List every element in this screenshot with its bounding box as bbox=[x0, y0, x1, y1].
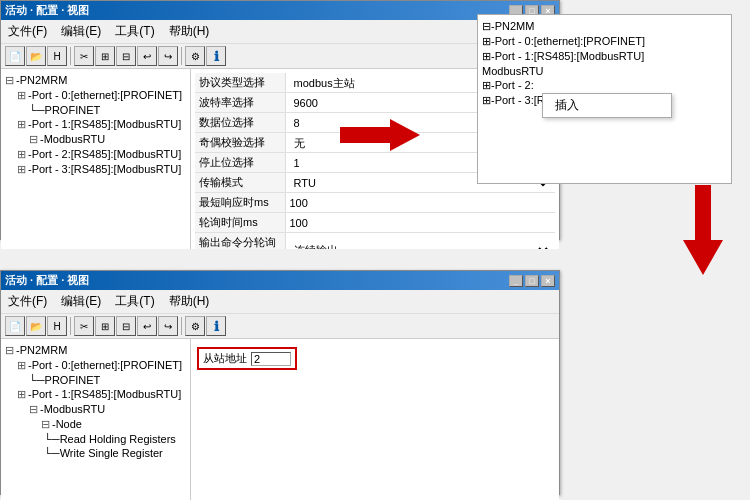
bottom-tree-port1[interactable]: ⊞-Port - 1:[RS485]:[ModbusRTU] bbox=[5, 387, 186, 402]
redo-button[interactable]: ↪ bbox=[158, 46, 178, 66]
pn2mm-port1-label: -Port - 1:[RS485]:[ModbusRTU] bbox=[491, 50, 644, 62]
bottom-tree-profinet[interactable]: └─PROFINET bbox=[5, 373, 186, 387]
slave-address-field: 从站地址 bbox=[197, 347, 297, 370]
info-button[interactable]: ℹ bbox=[206, 46, 226, 66]
bottom-cut-button[interactable]: ✂ bbox=[74, 316, 94, 336]
prop-value-poll: 100 bbox=[285, 213, 555, 233]
tree-item-profinet[interactable]: └─PROFINET bbox=[5, 103, 186, 117]
bottom-menu-bar: 文件(F) 编辑(E) 工具(T) 帮助(H) bbox=[1, 290, 559, 314]
bottom-tree-root[interactable]: ⊟-PN2MRM bbox=[5, 343, 186, 358]
bottom-paste-button[interactable]: ⊟ bbox=[116, 316, 136, 336]
save-button[interactable]: H bbox=[47, 46, 67, 66]
svg-marker-0 bbox=[340, 119, 420, 151]
bottom-collapse-modbus: ⊟ bbox=[29, 403, 38, 415]
bottom-maximize-button[interactable]: □ bbox=[525, 275, 539, 287]
bottom-copy-button[interactable]: ⊞ bbox=[95, 316, 115, 336]
prop-row-cmdmode: 输出命令分轮询模式 连续输出 bbox=[195, 233, 555, 250]
expand-icon-3: ⊞ bbox=[17, 163, 26, 175]
menu-file[interactable]: 文件(F) bbox=[5, 22, 50, 41]
prop-label-databits: 数据位选择 bbox=[195, 113, 285, 133]
svg-marker-1 bbox=[683, 185, 723, 275]
menu-edit[interactable]: 编辑(E) bbox=[58, 22, 104, 41]
copy-button[interactable]: ⊞ bbox=[95, 46, 115, 66]
pn2mm-port0-label: -Port - 0:[ethernet]:[PROFINET] bbox=[491, 35, 645, 47]
bottom-open-button[interactable]: 📂 bbox=[26, 316, 46, 336]
bottom-tree-port0[interactable]: ⊞-Port - 0:[ethernet]:[PROFINET] bbox=[5, 358, 186, 373]
bottom-menu-help[interactable]: 帮助(H) bbox=[166, 292, 213, 311]
bottom-settings-button[interactable]: ⚙ bbox=[185, 316, 205, 336]
prop-label-parity: 奇偶校验选择 bbox=[195, 133, 285, 153]
tree-label-port3: -Port - 3:[RS485]:[ModbusRTU] bbox=[28, 163, 181, 175]
bottom-node-label: -Node bbox=[52, 418, 82, 430]
bottom-modbus-label: -ModbusRTU bbox=[40, 403, 105, 415]
bottom-window-title: 活动 · 配置 · 视图 _ □ × bbox=[1, 271, 559, 290]
top-tree-panel: ⊟-PN2MRM ⊞-Port - 0:[ethernet]:[PROFINET… bbox=[1, 69, 191, 249]
open-button[interactable]: 📂 bbox=[26, 46, 46, 66]
prop-label-cmdmode: 输出命令分轮询模式 bbox=[195, 233, 285, 250]
bottom-info-button[interactable]: ℹ bbox=[206, 316, 226, 336]
cut-button[interactable]: ✂ bbox=[74, 46, 94, 66]
bottom-tree-read[interactable]: └─Read Holding Registers bbox=[5, 432, 186, 446]
tree-label-port0: -Port - 0:[ethernet]:[PROFINET] bbox=[28, 89, 182, 101]
bottom-sep-2 bbox=[181, 317, 182, 335]
expand-icon-0: ⊞ bbox=[17, 89, 26, 101]
undo-button[interactable]: ↩ bbox=[137, 46, 157, 66]
top-toolbar: 📄 📂 H ✂ ⊞ ⊟ ↩ ↪ ⚙ ℹ bbox=[1, 44, 559, 69]
bottom-title-buttons: _ □ × bbox=[509, 275, 555, 287]
bottom-menu-file[interactable]: 文件(F) bbox=[5, 292, 50, 311]
bottom-expand-0: ⊞ bbox=[17, 359, 26, 371]
prop-label-poll: 轮询时间ms bbox=[195, 213, 285, 233]
bottom-undo-button[interactable]: ↩ bbox=[137, 316, 157, 336]
menu-tools[interactable]: 工具(T) bbox=[112, 22, 157, 41]
pn2mm-tree-panel: ⊟-PN2MM ⊞-Port - 0:[ethernet]:[PROFINET]… bbox=[477, 14, 732, 184]
top-title-text: 活动 · 配置 · 视图 bbox=[5, 3, 89, 18]
settings-button[interactable]: ⚙ bbox=[185, 46, 205, 66]
separator-1 bbox=[70, 47, 71, 65]
bottom-write-label: └─Write Single Register bbox=[41, 447, 163, 459]
bottom-save-button[interactable]: H bbox=[47, 316, 67, 336]
pn2mm-root[interactable]: ⊟-PN2MM bbox=[482, 19, 727, 34]
bottom-minimize-button[interactable]: _ bbox=[509, 275, 523, 287]
bottom-port1-label: -Port - 1:[RS485]:[ModbusRTU] bbox=[28, 388, 181, 400]
pn2mm-modbus-label: ModbusRTU bbox=[482, 65, 544, 77]
bottom-collapse-icon: ⊟ bbox=[5, 344, 14, 356]
pn2mm-port0[interactable]: ⊞-Port - 0:[ethernet]:[PROFINET] bbox=[482, 34, 727, 49]
top-window: 活动 · 配置 · 视图 _ □ × 文件(F) 编辑(E) 工具(T) 帮助(… bbox=[0, 0, 560, 240]
pn2mm-modbus[interactable]: ModbusRTU bbox=[482, 64, 727, 78]
collapse-icon: ⊟ bbox=[5, 74, 14, 86]
menu-help[interactable]: 帮助(H) bbox=[166, 22, 213, 41]
pn2mm-port2[interactable]: ⊞-Port - 2: 插入 bbox=[482, 78, 727, 93]
pn2mm-port1[interactable]: ⊞-Port - 1:[RS485]:[ModbusRTU] bbox=[482, 49, 727, 64]
tree-item-port1[interactable]: ⊞-Port - 1:[RS485]:[ModbusRTU] bbox=[5, 117, 186, 132]
prop-value-cmdmode: 连续输出 bbox=[285, 233, 555, 250]
bottom-sep-1 bbox=[70, 317, 71, 335]
tree-item-port2[interactable]: ⊞-Port - 2:[RS485]:[ModbusRTU] bbox=[5, 147, 186, 162]
tree-label-port2: -Port - 2:[RS485]:[ModbusRTU] bbox=[28, 148, 181, 160]
bottom-new-button[interactable]: 📄 bbox=[5, 316, 25, 336]
bottom-close-button[interactable]: × bbox=[541, 275, 555, 287]
tree-root-label: -PN2MRM bbox=[16, 74, 67, 86]
prop-label-protocol: 协议类型选择 bbox=[195, 73, 285, 93]
collapse-icon-modbus: ⊟ bbox=[29, 133, 38, 145]
tree-item-port3[interactable]: ⊞-Port - 3:[RS485]:[ModbusRTU] bbox=[5, 162, 186, 177]
new-button[interactable]: 📄 bbox=[5, 46, 25, 66]
tree-label-modbus: -ModbusRTU bbox=[40, 133, 105, 145]
bottom-profinet-label: └─PROFINET bbox=[29, 374, 100, 386]
paste-button[interactable]: ⊟ bbox=[116, 46, 136, 66]
bottom-menu-edit[interactable]: 编辑(E) bbox=[58, 292, 104, 311]
bottom-tree-modbus[interactable]: ⊟-ModbusRTU bbox=[5, 402, 186, 417]
pn2mm-expand-3: ⊞ bbox=[482, 94, 491, 106]
cmdmode-select[interactable]: 连续输出 bbox=[290, 243, 552, 249]
bottom-tree-node[interactable]: ⊟-Node bbox=[5, 417, 186, 432]
bottom-menu-tools[interactable]: 工具(T) bbox=[112, 292, 157, 311]
tree-label-port1: -Port - 1:[RS485]:[ModbusRTU] bbox=[28, 118, 181, 130]
slave-address-input[interactable] bbox=[251, 352, 291, 366]
insert-menu-item[interactable]: 插入 bbox=[543, 94, 671, 117]
tree-root[interactable]: ⊟-PN2MRM bbox=[5, 73, 186, 88]
tree-item-port0[interactable]: ⊞-Port - 0:[ethernet]:[PROFINET] bbox=[5, 88, 186, 103]
bottom-redo-button[interactable]: ↪ bbox=[158, 316, 178, 336]
tree-item-modbus-rtu[interactable]: ⊟-ModbusRTU bbox=[5, 132, 186, 147]
top-menu-bar: 文件(F) 编辑(E) 工具(T) 帮助(H) bbox=[1, 20, 559, 44]
bottom-tree-write[interactable]: └─Write Single Register bbox=[5, 446, 186, 460]
prop-label-baud: 波特率选择 bbox=[195, 93, 285, 113]
